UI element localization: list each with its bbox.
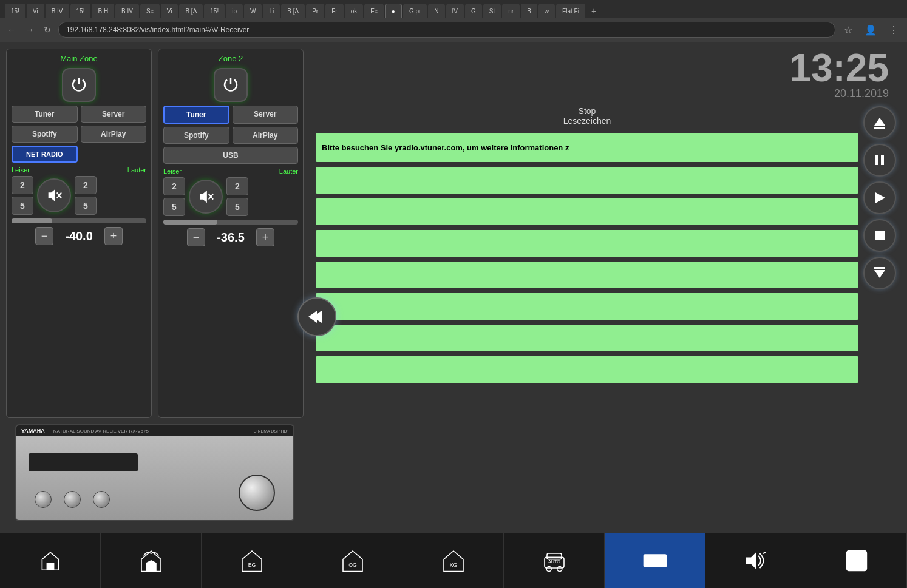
receiver-brand: YAMAHA xyxy=(21,428,45,434)
zone2-vol-minus-2[interactable]: 2 xyxy=(163,177,185,195)
nav-home-og[interactable]: OG xyxy=(302,533,403,588)
nav-auto[interactable]: AUTO xyxy=(504,533,605,588)
zone2-airplay-button[interactable]: AirPlay xyxy=(233,127,299,144)
back-button[interactable]: ← xyxy=(5,22,18,37)
playlist-item-1[interactable] xyxy=(316,167,858,194)
zone2-vol-plus-button[interactable]: + xyxy=(256,228,274,246)
tab-20[interactable]: N xyxy=(428,4,444,18)
playlist-item-5[interactable] xyxy=(316,293,858,320)
tab-19[interactable]: G pr xyxy=(403,4,427,18)
address-input[interactable]: 192.168.178.248:8082/vis/index.html?main… xyxy=(58,22,835,38)
main-vol-slider[interactable] xyxy=(12,218,146,223)
main-vol-minus-5[interactable]: 5 xyxy=(12,197,33,215)
playlist-item-4[interactable] xyxy=(316,262,858,288)
tab-12[interactable]: W xyxy=(244,4,262,18)
tab-26[interactable]: w xyxy=(538,4,555,18)
pause-button[interactable] xyxy=(863,144,896,177)
zone2-vol-value: -36.5 xyxy=(212,231,249,245)
main-server-button[interactable]: Server xyxy=(81,106,147,123)
tab-25[interactable]: B xyxy=(521,4,537,18)
tab-17[interactable]: ok xyxy=(345,4,364,18)
zones-row: Main Zone Tuner Server Spotify AirPlay N… xyxy=(6,49,304,418)
menu-button[interactable]: ⋮ xyxy=(885,22,902,38)
clock-time: 13:25 xyxy=(316,49,889,87)
main-airplay-button[interactable]: AirPlay xyxy=(81,126,147,143)
tab-2[interactable]: Vi xyxy=(27,4,44,18)
tab-22[interactable]: G xyxy=(465,4,482,18)
tab-3[interactable]: B IV xyxy=(46,4,69,18)
svg-rect-13 xyxy=(874,267,885,269)
svg-rect-9 xyxy=(881,155,884,165)
tab-active[interactable]: ● xyxy=(385,4,402,18)
playlist-item-2[interactable] xyxy=(316,198,858,225)
zone2-vol-plus-5[interactable]: 5 xyxy=(226,198,248,216)
new-tab-button[interactable]: + xyxy=(586,4,601,18)
tab-4[interactable]: 15! xyxy=(70,4,91,18)
svg-text:EG: EG xyxy=(248,562,256,568)
tab-5[interactable]: B H xyxy=(92,4,114,18)
main-tuner-button[interactable]: Tuner xyxy=(12,106,78,123)
bookmark-star[interactable]: ☆ xyxy=(840,22,856,38)
playlist-item-7[interactable] xyxy=(316,356,858,383)
profile-icon[interactable]: 👤 xyxy=(861,22,880,38)
tab-27[interactable]: Flat Fi xyxy=(556,4,585,18)
tab-9[interactable]: B [A xyxy=(179,4,203,18)
eject-button[interactable] xyxy=(863,106,896,139)
tab-13[interactable]: Li xyxy=(263,4,280,18)
main-vol-value: -40.0 xyxy=(61,229,97,243)
zone2-server-button[interactable]: Server xyxy=(233,106,299,124)
main-vol-plus-2[interactable]: 2 xyxy=(75,176,97,194)
nav-home-kg[interactable]: KG xyxy=(403,533,504,588)
zone2-tuner-button[interactable]: Tuner xyxy=(163,106,229,124)
zone2-vol-minus-button[interactable]: − xyxy=(187,228,205,246)
zone2-mute-button[interactable] xyxy=(189,180,223,214)
zone2-vol-minus-5[interactable]: 5 xyxy=(163,198,185,216)
tab-16[interactable]: Fr xyxy=(325,4,343,18)
tab-10[interactable]: 15! xyxy=(204,4,225,18)
main-spotify-button[interactable]: Spotify xyxy=(12,126,78,143)
svg-rect-7 xyxy=(874,127,885,129)
tab-18[interactable]: Ec xyxy=(364,4,384,18)
main-zone-power-button[interactable] xyxy=(62,68,96,102)
nav-home-eg[interactable]: EG xyxy=(202,533,302,588)
forward-button[interactable]: → xyxy=(23,22,36,37)
play-button[interactable] xyxy=(863,181,896,214)
zone2-power-button[interactable] xyxy=(214,68,248,102)
main-netradio-button[interactable]: NET RADIO xyxy=(12,146,78,163)
main-vol-minus-2[interactable]: 2 xyxy=(12,176,33,194)
nav-av-receiver[interactable] xyxy=(605,533,705,588)
main-zone-sources: Tuner Server Spotify AirPlay NET RADIO xyxy=(12,106,146,163)
zone2-vol-slider[interactable] xyxy=(163,220,298,225)
main-vol-plus-5[interactable]: 5 xyxy=(75,197,97,215)
nav-home-garden[interactable] xyxy=(101,533,202,588)
zone2-volume-section: Leiser Lauter 2 5 xyxy=(163,167,298,246)
back-large-button[interactable] xyxy=(297,297,336,336)
tab-21[interactable]: IV xyxy=(446,4,464,18)
tab-8[interactable]: Vi xyxy=(161,4,178,18)
tab-24[interactable]: nr xyxy=(502,4,520,18)
zone2-usb-button[interactable]: USB xyxy=(163,147,298,164)
nav-home-main[interactable] xyxy=(0,533,101,588)
main-lauter-label: Lauter xyxy=(127,166,146,174)
zone2-spotify-button[interactable]: Spotify xyxy=(163,127,229,144)
stop-button[interactable] xyxy=(863,219,896,252)
zone2-vol-plus-2[interactable]: 2 xyxy=(226,177,248,195)
main-vol-plus-button[interactable]: + xyxy=(104,227,123,245)
tab-11[interactable]: io xyxy=(226,4,243,18)
nav-check[interactable] xyxy=(806,533,907,588)
tab-15[interactable]: Pr xyxy=(306,4,324,18)
tab-7[interactable]: Sc xyxy=(140,4,160,18)
refresh-button[interactable]: ↻ xyxy=(41,22,53,37)
nav-volume[interactable] xyxy=(705,533,806,588)
main-vol-minus-button[interactable]: − xyxy=(35,227,53,245)
down-button[interactable] xyxy=(863,257,896,289)
tab-6[interactable]: B IV xyxy=(115,4,139,18)
playlist-item-3[interactable] xyxy=(316,230,858,257)
playlist-item-6[interactable] xyxy=(316,325,858,351)
receiver-knob-2 xyxy=(64,491,81,508)
tab-1[interactable]: 15! xyxy=(5,4,25,18)
zone2-title: Zone 2 xyxy=(219,54,243,63)
main-mute-button[interactable] xyxy=(37,178,71,212)
tab-23[interactable]: St xyxy=(483,4,501,18)
tab-14[interactable]: B [A xyxy=(281,4,305,18)
